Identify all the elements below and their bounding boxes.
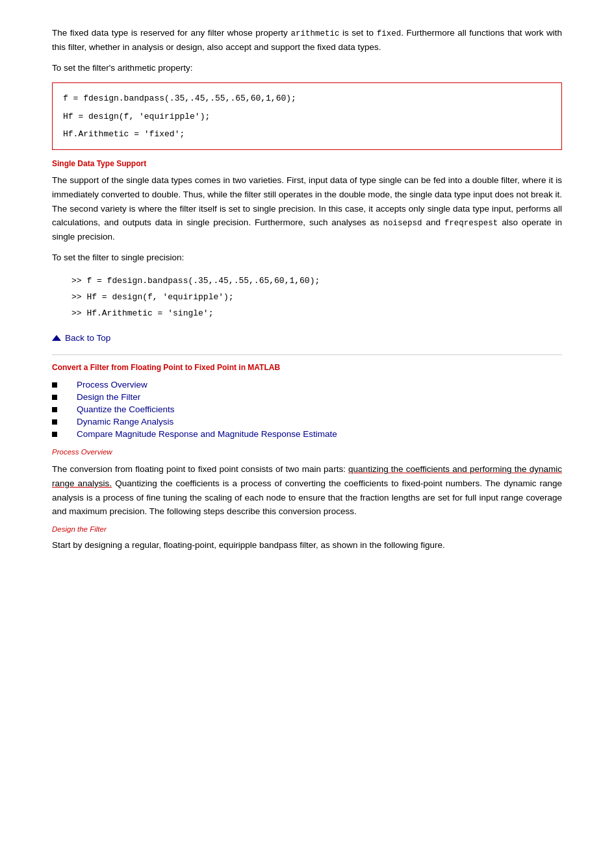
code-box-fixed: f = fdesign.bandpass(.35,.45,.55,.65,60,… (52, 82, 562, 150)
code-fixed: fixed (377, 29, 402, 38)
design-filter-subheading: Design the Filter (52, 525, 562, 533)
process-overview-subheading: Process Overview (52, 448, 562, 456)
toc-bullet-3 (52, 407, 57, 412)
toc-link-quantize[interactable]: Quantize the Coefficients (77, 404, 175, 414)
back-to-top-link[interactable]: Back to Top (52, 333, 562, 343)
code-arithmetic: arithmetic (290, 29, 339, 38)
process-underline-text: quantizing the coefficients and performi… (52, 464, 562, 488)
back-to-top-icon (52, 335, 61, 341)
toc-list: Process Overview Design the Filter Quant… (52, 380, 562, 439)
back-to-top-label: Back to Top (65, 333, 110, 343)
single-precision-label: To set the filter to single precision: (52, 251, 562, 265)
toc-bullet-5 (52, 432, 57, 437)
code-noisepsd: noisepsd (383, 219, 422, 228)
code-single-line-3: >> Hf.Arithmetic = 'single'; (71, 306, 562, 322)
toc-bullet-2 (52, 395, 57, 400)
toc-link-process-overview[interactable]: Process Overview (77, 380, 147, 390)
intro-para2: To set the filter's arithmetic property: (52, 61, 562, 75)
design-filter-para: Start by designing a regular, floating-p… (52, 538, 562, 552)
code-line-2: Hf = design(f, 'equiripple'); (63, 109, 551, 124)
code-block-single: >> f = fdesign.bandpass(.35,.45,.55,.65,… (52, 271, 562, 324)
toc-bullet-1 (52, 382, 57, 388)
single-data-heading: Single Data Type Support (52, 159, 562, 168)
convert-section-heading: Convert a Filter from Floating Point to … (52, 363, 562, 372)
code-line-1: f = fdesign.bandpass(.35,.45,.55,.65,60,… (63, 91, 551, 106)
toc-bullet-4 (52, 419, 57, 425)
page-container: The fixed data type is reserved for any … (0, 0, 614, 868)
code-single-line-1: >> f = fdesign.bandpass(.35,.45,.55,.65,… (71, 273, 562, 290)
toc-item-1: Process Overview (52, 380, 562, 390)
process-overview-para: The conversion from floating point to fi… (52, 462, 562, 518)
divider (52, 354, 562, 355)
toc-link-dynamic-range[interactable]: Dynamic Range Analysis (77, 417, 173, 427)
code-single-line-2: >> Hf = design(f, 'equiripple'); (71, 290, 562, 306)
toc-item-5: Compare Magnitude Response and Magnitude… (52, 429, 562, 439)
toc-item-3: Quantize the Coefficients (52, 404, 562, 414)
intro-para1: The fixed data type is reserved for any … (52, 26, 562, 55)
single-data-para1: The support of the single data types com… (52, 173, 562, 243)
toc-link-compare[interactable]: Compare Magnitude Response and Magnitude… (77, 429, 337, 439)
toc-item-2: Design the Filter (52, 392, 562, 402)
code-freqrespest: freqrespest (444, 219, 498, 228)
toc-link-design-filter[interactable]: Design the Filter (77, 392, 140, 402)
toc-item-4: Dynamic Range Analysis (52, 417, 562, 427)
code-line-3: Hf.Arithmetic = 'fixed'; (63, 127, 551, 142)
